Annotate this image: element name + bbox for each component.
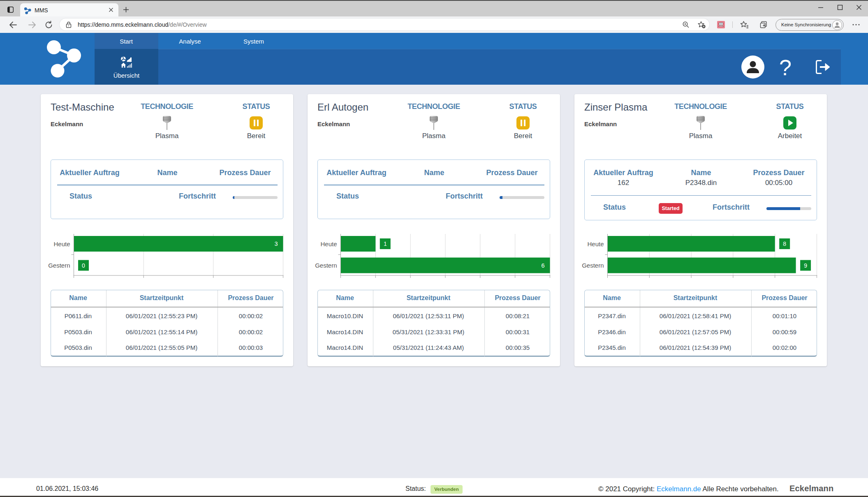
svg-text:Gestern: Gestern [48,262,70,269]
svg-text:Gestern: Gestern [582,262,604,269]
svg-text:3: 3 [274,240,278,247]
svg-text:Heute: Heute [53,240,70,247]
svg-text:Heute: Heute [587,240,604,247]
svg-text:0: 0 [82,262,85,269]
svg-text:1: 1 [384,240,387,247]
svg-text:9: 9 [804,262,807,269]
svg-text:6: 6 [541,262,544,269]
svg-text:8: 8 [783,240,786,247]
svg-text:Heute: Heute [320,240,337,247]
svg-text:Gestern: Gestern [315,262,337,269]
